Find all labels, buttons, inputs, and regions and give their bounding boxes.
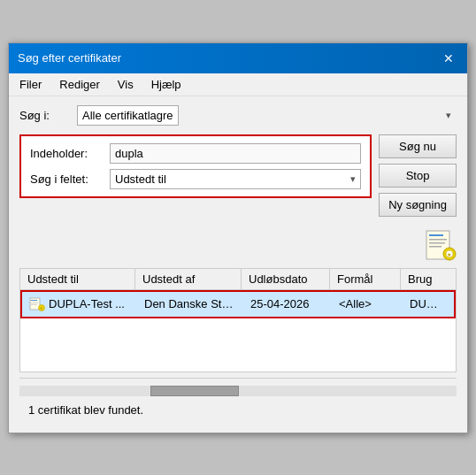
results-section: Udstedt til Udstedt af Udløbsdato Formål… bbox=[19, 268, 457, 372]
cell-purpose: <Alle> bbox=[332, 295, 403, 313]
svg-rect-9 bbox=[31, 300, 37, 301]
status-bar: 1 certifikat blev fundet. bbox=[19, 378, 457, 424]
new-search-button[interactable]: Ny søgning bbox=[379, 193, 457, 217]
col-header-user[interactable]: Brug bbox=[401, 269, 445, 289]
results-header: Udstedt til Udstedt af Udløbsdato Formål… bbox=[20, 269, 456, 290]
menu-vis[interactable]: Vis bbox=[111, 75, 141, 94]
cell-issued-by: Den Danske Sta... bbox=[137, 295, 243, 313]
col-header-issued-to[interactable]: Udstedt til bbox=[20, 269, 135, 289]
col-header-expiry[interactable]: Udløbsdato bbox=[242, 269, 330, 289]
field-select-wrapper: Udstedt til bbox=[110, 169, 361, 189]
field-label: Søg i feltet: bbox=[30, 172, 110, 186]
main-layout: Indeholder: Søg i feltet: Udstedt til bbox=[19, 134, 457, 261]
scrollbar-thumb[interactable] bbox=[150, 386, 239, 396]
search-location-select[interactable]: Alle certifikatlagre bbox=[77, 105, 179, 126]
close-button[interactable]: ✕ bbox=[439, 49, 458, 68]
left-section: Indeholder: Søg i feltet: Udstedt til bbox=[19, 134, 372, 207]
search-location-wrapper: Alle certifikatlagre bbox=[77, 105, 457, 126]
svg-text:★: ★ bbox=[447, 252, 451, 257]
svg-rect-10 bbox=[31, 303, 38, 303]
col-header-issued-by[interactable]: Udstedt af bbox=[135, 269, 242, 289]
svg-rect-1 bbox=[429, 234, 443, 236]
table-row[interactable]: ★ DUPLA-Test ... Den Danske Sta... 25-04… bbox=[20, 290, 456, 318]
scrollbar-area[interactable] bbox=[19, 386, 457, 396]
status-text: 1 certifikat blev fundet. bbox=[19, 400, 457, 424]
certificate-icon: ★ bbox=[425, 229, 457, 261]
search-criteria-box: Indeholder: Søg i feltet: Udstedt til bbox=[19, 134, 372, 198]
cell-issued-to: ★ DUPLA-Test ... bbox=[22, 295, 137, 314]
icon-area: ★ bbox=[379, 229, 457, 261]
right-buttons: Søg nu Stop Ny søgning ★ bbox=[379, 134, 457, 261]
menu-hjaelp[interactable]: Hjælp bbox=[144, 75, 188, 94]
search-now-button[interactable]: Søg nu bbox=[379, 134, 457, 158]
svg-rect-4 bbox=[429, 246, 441, 248]
cell-expiry: 25-04-2026 bbox=[243, 295, 332, 313]
menu-bar: Filer Rediger Vis Hjælp bbox=[9, 73, 467, 96]
empty-rows bbox=[20, 318, 456, 372]
dialog-window: Søg efter certifikater ✕ Filer Rediger V… bbox=[8, 42, 468, 433]
svg-text:★: ★ bbox=[40, 306, 43, 310]
contains-label: Indeholder: bbox=[30, 147, 110, 160]
menu-rediger[interactable]: Rediger bbox=[52, 75, 107, 94]
stop-button[interactable]: Stop bbox=[379, 164, 457, 188]
title-bar: Søg efter certifikater ✕ bbox=[9, 43, 467, 73]
dialog-content: Søg i: Alle certifikatlagre Indeholder: bbox=[9, 96, 467, 433]
row-cert-icon: ★ bbox=[29, 297, 45, 311]
menu-filer[interactable]: Filer bbox=[12, 75, 49, 94]
dialog-title: Søg efter certifikater bbox=[18, 51, 121, 65]
svg-rect-11 bbox=[31, 304, 37, 305]
contains-input[interactable] bbox=[110, 143, 361, 164]
search-location-row: Søg i: Alle certifikatlagre bbox=[19, 105, 457, 126]
field-row: Søg i feltet: Udstedt til bbox=[30, 169, 361, 189]
cell-user: DUP... bbox=[403, 295, 447, 313]
field-select[interactable]: Udstedt til bbox=[110, 169, 361, 189]
svg-rect-2 bbox=[429, 239, 447, 241]
search-location-label: Søg i: bbox=[19, 109, 77, 122]
svg-rect-3 bbox=[429, 242, 445, 244]
col-header-purpose[interactable]: Formål bbox=[330, 269, 401, 289]
contains-row: Indeholder: bbox=[30, 143, 361, 164]
